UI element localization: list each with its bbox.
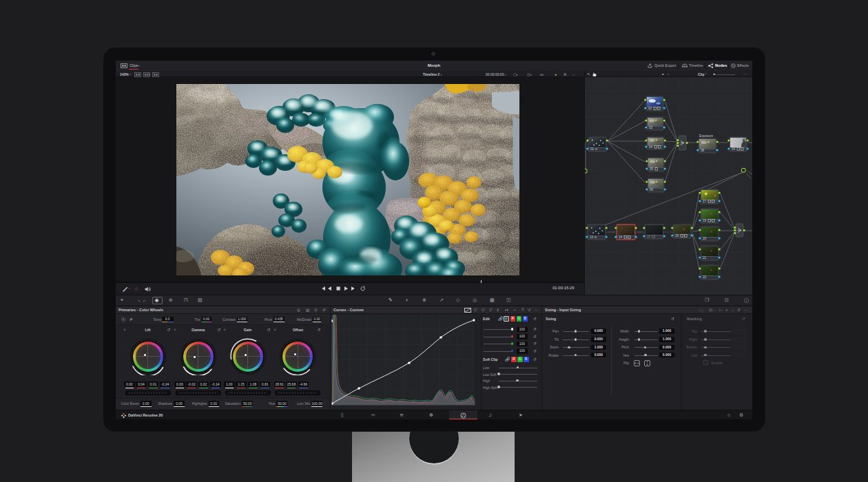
svg-text:04: 04 bbox=[649, 145, 653, 149]
svg-text:03: 03 bbox=[649, 126, 653, 129]
svg-text:19: 19 bbox=[703, 219, 707, 222]
svg-text:08: 08 bbox=[701, 149, 705, 152]
svg-text:15: 15 bbox=[647, 235, 651, 238]
svg-text:01 ⊘: 01 ⊘ bbox=[590, 147, 597, 151]
svg-text:02: 02 bbox=[648, 107, 652, 110]
svg-text:17: 17 bbox=[703, 200, 707, 203]
svg-text:16: 16 bbox=[675, 234, 679, 238]
svg-text:21: 21 bbox=[703, 256, 707, 260]
svg-text:05: 05 bbox=[650, 167, 654, 171]
svg-text:22: 22 bbox=[703, 275, 707, 279]
svg-text:20: 20 bbox=[703, 237, 707, 240]
svg-text:09: 09 bbox=[732, 147, 736, 151]
svg-text:13 ⊘: 13 ⊘ bbox=[590, 235, 597, 239]
svg-text:14: 14 bbox=[619, 235, 623, 239]
svg-text:06: 06 bbox=[650, 188, 654, 191]
svg-text:Exposure: Exposure bbox=[699, 134, 714, 138]
